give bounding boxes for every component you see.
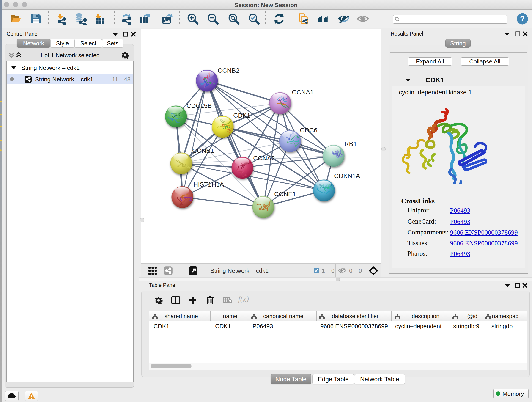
svg-text:RB1: RB1 — [344, 140, 357, 147]
svg-text:CCNB2: CCNB2 — [218, 67, 239, 74]
svg-text:CDC6: CDC6 — [300, 127, 317, 134]
svg-text:CCNB1: CCNB1 — [192, 147, 214, 154]
svg-text:CDC25B: CDC25B — [186, 102, 212, 109]
svg-text:CCNA2: CCNA2 — [253, 155, 275, 162]
svg-text:HIST1H1A: HIST1H1A — [193, 181, 224, 188]
svg-text:CCNA1: CCNA1 — [292, 89, 314, 96]
svg-text:CDK1: CDK1 — [233, 112, 250, 119]
svg-text:?: ? — [520, 14, 525, 23]
svg-text:CDKN1A: CDKN1A — [334, 172, 360, 179]
svg-text:CCNE1: CCNE1 — [274, 191, 296, 198]
